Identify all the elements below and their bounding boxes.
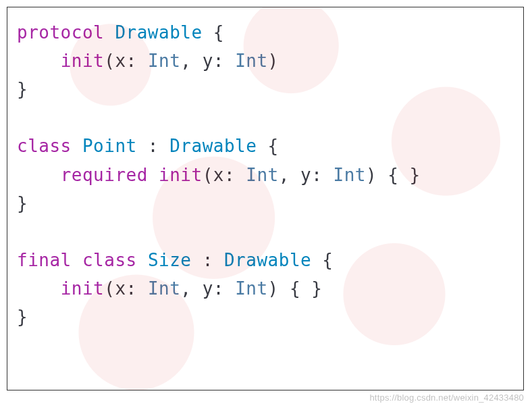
brace-close: } bbox=[17, 307, 28, 327]
keyword-required: required bbox=[61, 165, 148, 185]
keyword-init: init bbox=[61, 278, 105, 299]
keyword-class: class bbox=[17, 136, 72, 156]
param-sep: , y: bbox=[279, 165, 334, 185]
colon: : bbox=[192, 250, 224, 270]
keyword-protocol: protocol bbox=[17, 22, 104, 43]
type-int: Int bbox=[235, 51, 267, 71]
brace-close: } bbox=[17, 79, 28, 99]
keyword-init: init bbox=[159, 165, 203, 185]
space bbox=[72, 250, 82, 270]
indent bbox=[17, 278, 61, 299]
type-drawable: Drawable bbox=[169, 136, 257, 156]
brace-open: { bbox=[311, 250, 333, 270]
params-open: (x: bbox=[104, 51, 148, 71]
colon: : bbox=[137, 136, 169, 156]
type-int: Int bbox=[246, 165, 278, 185]
type-int: Int bbox=[148, 278, 180, 299]
paren-close: ) bbox=[268, 51, 279, 71]
body-empty: ) { } bbox=[366, 165, 421, 185]
type-int: Int bbox=[235, 278, 267, 299]
space bbox=[137, 250, 148, 270]
param-sep: , y: bbox=[180, 278, 235, 299]
type-drawable: Drawable bbox=[115, 22, 202, 43]
type-size: Size bbox=[148, 250, 192, 270]
body-empty: ) { } bbox=[268, 278, 323, 299]
indent bbox=[17, 51, 61, 71]
type-int: Int bbox=[148, 51, 180, 71]
type-int: Int bbox=[334, 165, 366, 185]
param-sep: , y: bbox=[180, 51, 235, 71]
brace-open: { bbox=[257, 136, 278, 156]
indent bbox=[17, 165, 61, 185]
code-container: protocol Drawable { init(x: Int, y: Int)… bbox=[7, 7, 524, 390]
brace-open: { bbox=[203, 22, 224, 43]
space bbox=[104, 22, 115, 43]
code-block: protocol Drawable { init(x: Int, y: Int)… bbox=[17, 18, 514, 331]
keyword-class: class bbox=[82, 250, 137, 270]
space bbox=[148, 165, 159, 185]
type-point: Point bbox=[82, 136, 137, 156]
brace-close: } bbox=[17, 193, 28, 213]
space bbox=[72, 136, 82, 156]
params-open: (x: bbox=[203, 165, 246, 185]
params-open: (x: bbox=[104, 278, 148, 299]
keyword-final: final bbox=[17, 250, 72, 270]
watermark-text: https://blog.csdn.net/weixin_42433480 bbox=[369, 393, 524, 403]
type-drawable: Drawable bbox=[224, 250, 311, 270]
keyword-init: init bbox=[61, 51, 105, 71]
